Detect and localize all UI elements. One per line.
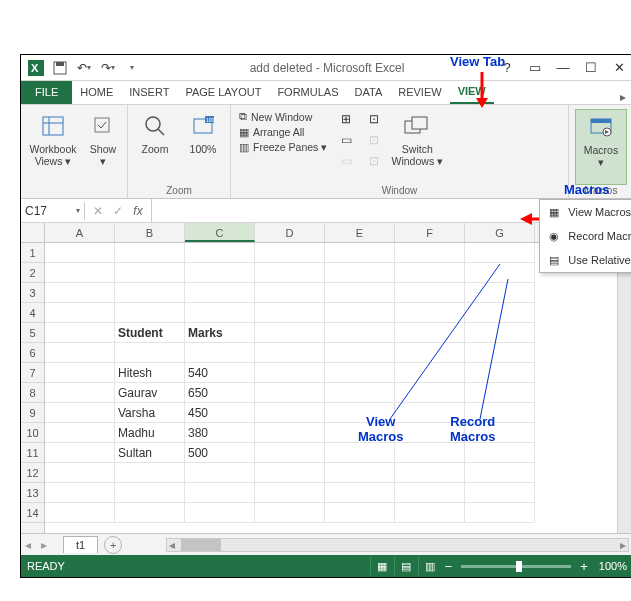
cell-E8[interactable] (325, 383, 395, 403)
cell-D13[interactable] (255, 483, 325, 503)
select-all-corner[interactable] (21, 223, 45, 243)
cancel-formula-icon[interactable]: ✕ (89, 202, 107, 220)
record-macro-item[interactable]: ◉ Record Macro... (540, 224, 631, 248)
cell-G5[interactable] (465, 323, 535, 343)
cell-E14[interactable] (325, 503, 395, 523)
row-header-11[interactable]: 11 (21, 443, 44, 463)
reset-position-icon[interactable]: ⊡ (363, 151, 385, 171)
cell-E13[interactable] (325, 483, 395, 503)
macros-button[interactable]: Macros ▾ (575, 109, 627, 185)
row-header-14[interactable]: 14 (21, 503, 44, 523)
cell-D2[interactable] (255, 263, 325, 283)
cell-C8[interactable]: 650 (185, 383, 255, 403)
cell-C2[interactable] (185, 263, 255, 283)
row-header-12[interactable]: 12 (21, 463, 44, 483)
sync-scroll-icon[interactable]: ⊡ (363, 130, 385, 150)
show-button[interactable]: Show ▾ (85, 109, 121, 196)
cell-B1[interactable] (115, 243, 185, 263)
cell-A9[interactable] (45, 403, 115, 423)
zoom-in-button[interactable]: + (577, 559, 591, 574)
cell-A1[interactable] (45, 243, 115, 263)
arrange-all-button[interactable]: ▦Arrange All (237, 125, 329, 139)
cell-E5[interactable] (325, 323, 395, 343)
row-header-4[interactable]: 4 (21, 303, 44, 323)
cell-B6[interactable] (115, 343, 185, 363)
cell-A2[interactable] (45, 263, 115, 283)
page-layout-icon[interactable]: ▤ (394, 557, 418, 575)
cell-G3[interactable] (465, 283, 535, 303)
col-header-d[interactable]: D (255, 223, 325, 242)
cell-F14[interactable] (395, 503, 465, 523)
row-header-6[interactable]: 6 (21, 343, 44, 363)
cell-E6[interactable] (325, 343, 395, 363)
cell-D9[interactable] (255, 403, 325, 423)
col-header-e[interactable]: E (325, 223, 395, 242)
cell-F2[interactable] (395, 263, 465, 283)
cell-A4[interactable] (45, 303, 115, 323)
redo-icon[interactable]: ↷▾ (97, 57, 119, 79)
cell-D5[interactable] (255, 323, 325, 343)
cell-A13[interactable] (45, 483, 115, 503)
cell-E11[interactable] (325, 443, 395, 463)
cell-C11[interactable]: 500 (185, 443, 255, 463)
row-header-9[interactable]: 9 (21, 403, 44, 423)
cell-B7[interactable]: Hitesh (115, 363, 185, 383)
cell-D1[interactable] (255, 243, 325, 263)
undo-icon[interactable]: ↶▾ (73, 57, 95, 79)
cell-E7[interactable] (325, 363, 395, 383)
fx-icon[interactable]: fx (129, 202, 147, 220)
row-header-8[interactable]: 8 (21, 383, 44, 403)
cell-E3[interactable] (325, 283, 395, 303)
cell-G13[interactable] (465, 483, 535, 503)
col-header-c[interactable]: C (185, 223, 255, 242)
cell-G2[interactable] (465, 263, 535, 283)
new-window-button[interactable]: ⧉New Window (237, 109, 329, 124)
cell-D12[interactable] (255, 463, 325, 483)
cell-A14[interactable] (45, 503, 115, 523)
cell-B3[interactable] (115, 283, 185, 303)
zoom-100-button[interactable]: 100 100% (182, 109, 224, 185)
cell-F1[interactable] (395, 243, 465, 263)
cell-D6[interactable] (255, 343, 325, 363)
ribbon-scroll-icon[interactable]: ▸ (613, 90, 631, 104)
cell-C4[interactable] (185, 303, 255, 323)
cell-E12[interactable] (325, 463, 395, 483)
cell-D10[interactable] (255, 423, 325, 443)
cell-G11[interactable] (465, 443, 535, 463)
workbook-views-button[interactable]: Workbook Views ▾ (27, 109, 79, 196)
tab-data[interactable]: DATA (347, 80, 391, 104)
cell-F11[interactable] (395, 443, 465, 463)
row-header-1[interactable]: 1 (21, 243, 44, 263)
normal-view-icon[interactable]: ▦ (370, 557, 394, 575)
view-macros-item[interactable]: ▦ View Macros (540, 200, 631, 224)
row-header-10[interactable]: 10 (21, 423, 44, 443)
cell-B10[interactable]: Madhu (115, 423, 185, 443)
col-header-f[interactable]: F (395, 223, 465, 242)
cell-B5[interactable]: Student (115, 323, 185, 343)
tab-formulas[interactable]: FORMULAS (269, 80, 346, 104)
hide-icon[interactable]: ▭ (335, 130, 357, 150)
col-header-b[interactable]: B (115, 223, 185, 242)
cell-B12[interactable] (115, 463, 185, 483)
cell-A6[interactable] (45, 343, 115, 363)
cell-A10[interactable] (45, 423, 115, 443)
cell-G4[interactable] (465, 303, 535, 323)
cell-A5[interactable] (45, 323, 115, 343)
close-icon[interactable]: ✕ (605, 57, 631, 79)
cell-B14[interactable] (115, 503, 185, 523)
cell-A12[interactable] (45, 463, 115, 483)
cell-B8[interactable]: Gaurav (115, 383, 185, 403)
cell-E1[interactable] (325, 243, 395, 263)
zoom-slider[interactable] (461, 565, 571, 568)
cell-G6[interactable] (465, 343, 535, 363)
cell-A8[interactable] (45, 383, 115, 403)
row-header-3[interactable]: 3 (21, 283, 44, 303)
cell-F3[interactable] (395, 283, 465, 303)
cell-C3[interactable] (185, 283, 255, 303)
cell-C9[interactable]: 450 (185, 403, 255, 423)
cell-B4[interactable] (115, 303, 185, 323)
row-header-2[interactable]: 2 (21, 263, 44, 283)
cell-C1[interactable] (185, 243, 255, 263)
cell-E2[interactable] (325, 263, 395, 283)
use-relative-item[interactable]: ▤ Use Relative References (540, 248, 631, 272)
